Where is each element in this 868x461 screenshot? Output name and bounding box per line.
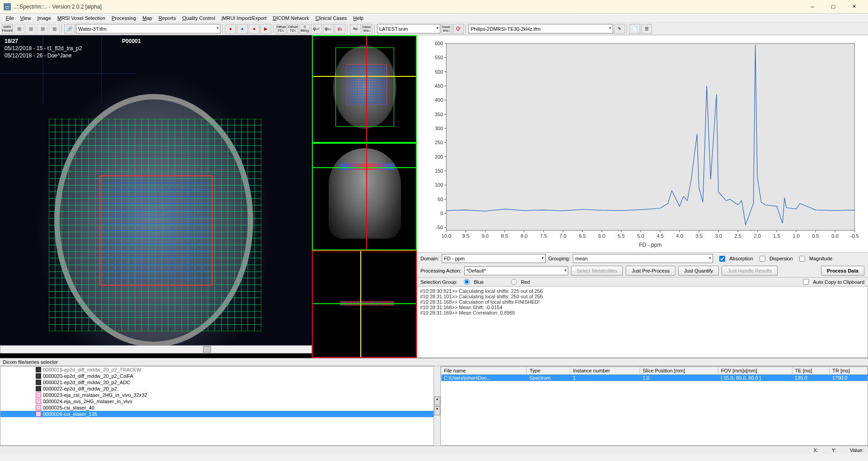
spectrum-chart[interactable]: -500501001502002503003504004505005506001…	[417, 35, 868, 252]
minimize-button[interactable]: ─	[802, 0, 823, 13]
table-header[interactable]: FOV [mm]x[mm]	[718, 367, 792, 375]
tb-btn-3[interactable]: ▦	[25, 24, 36, 34]
domain-combo[interactable]: FD - ppm	[442, 254, 546, 263]
tb-play[interactable]: ▶	[260, 24, 271, 34]
menu-clinical-cases[interactable]: Clinical Cases	[312, 14, 350, 22]
series-icon: ·	[36, 411, 41, 417]
selgroup-blue-radio[interactable]	[464, 279, 470, 285]
grouping-label: Grouping:	[548, 256, 570, 261]
close-button[interactable]: ✕	[844, 0, 864, 13]
menu-processing[interactable]: Processing	[108, 14, 139, 22]
tb-edit[interactable]: ✎	[614, 24, 625, 34]
tb-hlsvd[interactable]: ●	[237, 24, 248, 34]
menu-file[interactable]: File	[3, 14, 17, 22]
menu-jmrui-import-export[interactable]: jMRUI Import/Export	[218, 14, 270, 22]
table-header[interactable]: Type	[527, 367, 570, 375]
menu-quality-control[interactable]: Quality Control	[179, 14, 218, 22]
maximize-button[interactable]: ▢	[823, 0, 844, 13]
toolbar: IMRIFlexint ▦ ▦ ▦ ▦ 🔗 Water-3T.tfm ● ● ●…	[0, 23, 868, 35]
svg-text:9.0: 9.0	[482, 233, 489, 239]
tb-phi0d[interactable]: φ₀↓	[323, 24, 334, 34]
domain-row: Domain: FD - ppm Grouping: mean Absorpti…	[417, 252, 868, 264]
dispersion-checkbox[interactable]	[760, 256, 765, 262]
table-header[interactable]: TE [ms]	[792, 367, 830, 375]
coronal-view[interactable]	[312, 143, 417, 250]
absorption-checkbox[interactable]	[719, 256, 725, 262]
tree-item-label: 0000024-eja_svs_2HG_mslaser_in_vivo	[43, 399, 132, 404]
menu-help[interactable]: Help	[350, 14, 367, 22]
table-header[interactable]: Instance number	[570, 367, 640, 375]
philips-combo[interactable]: Philips-2DMRSI-TE30-2kHz.tfm	[468, 24, 613, 33]
autocopy-checkbox[interactable]	[803, 279, 809, 285]
just-preprocess-button[interactable]: Just Pre-Process	[626, 266, 675, 276]
procaction-combo[interactable]: *Default*	[464, 266, 568, 275]
water-combo[interactable]: Water-3T.tfm	[76, 24, 221, 33]
magnitude-label: Magnitude	[809, 256, 832, 261]
mri-main-image[interactable]: 18/27P00001 05/12/2018 - 15 - t1_fl2d_tr…	[0, 35, 312, 345]
latest-combo[interactable]: LATEST.snm	[377, 24, 440, 33]
blue-label: Blue	[474, 279, 484, 285]
tb-baseline[interactable]: base-line↓	[362, 24, 373, 34]
series-icon: ·	[36, 380, 41, 385]
tree-item[interactable]: ·0000025-csi_slaser_40	[0, 405, 434, 411]
log-area[interactable]: #10:28:30.821>> Calculating local shifts…	[417, 286, 868, 358]
series-tree[interactable]: ·0000019-ep2d_diff_mddw_20_p2_TRACEW·000…	[0, 366, 434, 446]
selection-row: Selection Group: Blue Red Auto Copy to C…	[417, 277, 868, 286]
tb-apod[interactable]: ●	[249, 24, 259, 34]
sagittal-view[interactable]	[312, 250, 417, 358]
menu-mrsi-voxel-selection[interactable]: MRSI Voxel Selection	[54, 14, 108, 22]
just-quantify-button[interactable]: Just Quantify	[678, 266, 719, 276]
table-header[interactable]: Slice Position [mm]	[640, 367, 718, 375]
tb-phi0[interactable]: φ₀↑	[311, 24, 322, 34]
mri-scrollbar[interactable]	[0, 345, 312, 353]
tree-item[interactable]: ·0000026-csi_slaser_135	[0, 411, 434, 417]
select-metabolites-button[interactable]: Select Metabolites	[571, 266, 623, 276]
table-header[interactable]: File name	[441, 367, 527, 375]
tree-item[interactable]: ·0000024-eja_svs_2HG_mslaser_in_vivo	[0, 398, 434, 405]
series-icon: ·	[36, 399, 41, 404]
tb-offset-td[interactable]: OffsetTD↓	[288, 24, 298, 34]
tb-0filling[interactable]: 0filling	[299, 24, 310, 34]
tb-flip[interactable]: flip	[350, 24, 361, 34]
table-row[interactable]: C:\Users\johan\Doc...Spectrum11.0[ 15.0,…	[441, 375, 868, 381]
tb-tdfdfe-1[interactable]: ●	[225, 24, 236, 34]
mri-main-pane[interactable]: 18/27P00001 05/12/2018 - 15 - t1_fl2d_tr…	[0, 35, 312, 358]
svg-text:9.5: 9.5	[462, 233, 469, 239]
grouping-combo[interactable]: mean	[573, 254, 713, 263]
tree-item[interactable]: ·0000019-ep2d_diff_mddw_20_p2_TRACEW	[0, 367, 434, 373]
tb-flexint-button[interactable]: IMRIFlexint	[2, 24, 13, 34]
menu-view[interactable]: View	[17, 14, 34, 22]
selgroup-red-radio[interactable]	[511, 279, 517, 285]
tb-btn-4[interactable]: ▦	[37, 24, 48, 34]
bottom-panel-title: Dicom file/series selector	[0, 358, 868, 366]
menu-dicom-network[interactable]: DICOM Network	[270, 14, 312, 22]
tb-baseline2[interactable]: base-line↓	[441, 24, 452, 34]
magnitude-checkbox[interactable]	[799, 256, 805, 262]
svg-text:350: 350	[435, 112, 443, 117]
tb-list[interactable]: ☰	[641, 24, 652, 34]
axial-view[interactable]	[312, 35, 417, 143]
tb-link-button[interactable]: 🔗	[64, 24, 75, 34]
status-x: X:	[813, 447, 818, 453]
tree-item[interactable]: ·0000021-ep2d_diff_mddw_20_p2_ADC	[0, 379, 434, 386]
tree-item-label: 0000021-ep2d_diff_mddw_20_p2_ADC	[43, 380, 130, 385]
splitter[interactable]: ▴ ▾	[434, 366, 440, 446]
processing-row: Processing Action: *Default* Select Meta…	[417, 264, 868, 277]
tb-phi1[interactable]: φ₁	[335, 24, 345, 34]
file-table[interactable]: File nameTypeInstance numberSlice Positi…	[440, 366, 868, 446]
tb-offset-fd[interactable]: OffsetFD↓	[276, 24, 287, 34]
table-header[interactable]: TR [ms]	[830, 367, 868, 375]
tree-item[interactable]: ·0000022-ep2d_diff_mddw_20_p2	[0, 386, 434, 392]
tb-btn-5[interactable]: ▦	[49, 24, 60, 34]
tb-report[interactable]: 📄	[629, 24, 640, 34]
tree-item[interactable]: ·0000020-ep2d_diff_mddw_20_p2_ColFA	[0, 373, 434, 379]
mid-views	[312, 35, 417, 358]
menu-image[interactable]: Image	[34, 14, 54, 22]
just-handle-results-button[interactable]: Just Handle Results	[722, 266, 778, 276]
menu-map[interactable]: Map	[139, 14, 155, 22]
tree-item[interactable]: ·0000023-eja_csi_mslaser_2HG_in_vivo_32x…	[0, 392, 434, 398]
process-data-button[interactable]: Process Data	[821, 266, 864, 276]
tb-btn-2[interactable]: ▦	[14, 24, 24, 34]
menu-reports[interactable]: Reports	[156, 14, 179, 22]
tb-qi[interactable]: Q!	[453, 24, 464, 34]
